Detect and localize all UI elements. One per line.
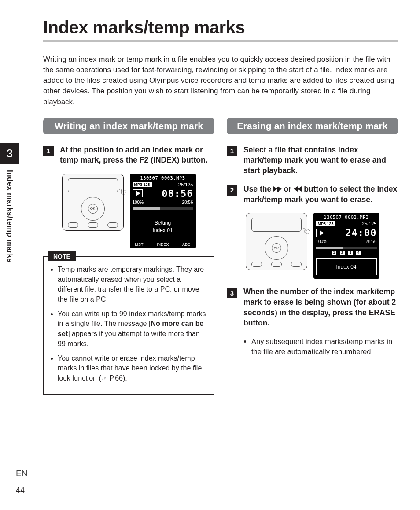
dpad-icon [81,197,105,221]
lcd-index-markers: 1 2 3 4 [316,251,377,255]
lcd-progress-bar [316,247,377,249]
step-number-badge: 1 [227,146,237,156]
rewind-icon [294,184,302,195]
lcd-file-counter: 25/125 [362,221,377,226]
hand-pointer-icon: ☜ [116,185,129,199]
lcd-codec-badge: MP3 128 [133,182,152,187]
step-number-badge: 2 [227,185,237,196]
step-text: Use the or button to select the index ma… [243,184,398,205]
note-item: Temp marks are temporary markings. They … [58,265,208,305]
step-number-badge: 3 [227,288,237,298]
erasing-figure-row: ☜ 130507_0003.MP3 MP3 128 25/125 24:00 1… [227,213,398,279]
note-text: ] appears if you attempt to write more t… [58,330,200,347]
dpad-icon [265,236,288,260]
fast-forward-icon [273,184,282,195]
lcd-file-counter: 25/125 [178,182,193,187]
page-footer: EN 44 [13,469,44,495]
lcd-duration: 28:56 [365,239,376,244]
step-text-post: button. [179,155,207,164]
lcd-progress-bar [133,207,193,210]
lcd-message-box: Index 04 [316,258,377,275]
device-bottom-buttons [68,222,118,228]
erasing-step-2: 2 Use the or button to select the index … [227,184,398,205]
chapter-number-badge: 3 [0,143,19,164]
lcd-filename: 130507_0003.MP3 [316,214,377,220]
step-number-badge: 1 [43,146,54,156]
step-sub-bullet: Any subsequent index marks/temp marks in… [251,336,398,357]
erasing-step-3: 3 When the number of the index mark/temp… [227,287,398,329]
lcd-duration: 28:56 [182,200,193,205]
section-heading-writing: Writing an index mark/temp mark [43,118,214,134]
section-heading-erasing: Erasing an index mark/temp mark [227,118,398,134]
lcd-index-marker: 3 [348,251,353,255]
erasing-step-1: 1 Select a file that contains index mark… [227,145,398,176]
note-text: P.66). [107,374,127,382]
step-text: Select a file that contains index mark/t… [243,145,398,176]
reference-icon [101,374,107,382]
hand-pointer-icon: ☜ [300,225,312,238]
step-text-mid: or [282,185,294,193]
page-number: 44 [13,486,44,495]
two-column-layout: Writing an index mark/temp mark 1 At the… [43,118,398,395]
writing-figure-row: ☜ 130507_0003.MP3 MP3 128 25/125 08:56 1… [43,174,214,248]
step-text: At the position to add an index mark or … [60,145,214,166]
lcd-elapsed-time: 24:00 [345,227,376,238]
lcd-volume: 100% [133,200,144,205]
play-icon [316,229,326,237]
lcd-codec-badge: MP3 128 [316,221,335,226]
step-text: When the number of the index mark/temp m… [243,287,398,329]
lcd-message-line1: Setting [155,220,171,226]
note-box: NOTE Temp marks are temporary markings. … [43,256,214,395]
step-text-bold: ERASE [369,308,395,317]
device-illustration: ☜ [62,174,124,231]
right-column: Erasing an index mark/temp mark 1 Select… [227,118,398,395]
lcd-softkeys: LIST INDEX ABC [133,241,193,247]
language-label: EN [13,469,44,482]
device-illustration: ☜ [246,213,307,270]
note-item: You can write up to 99 index marks/temp … [58,309,208,349]
step-text-pre: Use the [243,185,273,193]
lcd-softkey-left: LIST [133,241,146,247]
play-icon [133,189,143,197]
step-text-post: button. [243,318,269,327]
note-item: You cannot write or erase index marks/te… [58,354,208,384]
step-sub-bullet-list: Any subsequent index marks/temp marks in… [243,336,398,357]
lcd-message-line1: Index 04 [336,264,356,270]
note-text: You cannot write or erase index marks/te… [58,355,202,382]
lcd-screenshot-erasing: 130507_0003.MP3 MP3 128 25/125 24:00 100… [313,213,379,279]
lcd-filename: 130507_0003.MP3 [133,175,193,181]
device-bottom-buttons [251,262,302,267]
intro-paragraph: Writing an index mark or temp mark in a … [43,54,398,107]
side-section-label: Index marks/temp marks [5,170,14,262]
lcd-index-marker: 4 [356,251,361,255]
note-list: Temp marks are temporary markings. They … [50,265,208,384]
writing-step-1: 1 At the position to add an index mark o… [43,145,214,166]
lcd-elapsed-time: 08:56 [162,188,193,199]
lcd-index-marker: 2 [340,251,344,255]
lcd-volume: 100% [316,239,328,244]
lcd-softkey-mid: INDEX [154,241,172,247]
lcd-index-marker: 1 [332,251,336,255]
left-column: Writing an index mark/temp mark 1 At the… [43,118,214,395]
lcd-screenshot-writing: 130507_0003.MP3 MP3 128 25/125 08:56 100… [130,174,196,248]
step-text-bold: F2 (INDEX) [140,155,179,164]
lcd-softkey-right: ABC [180,241,193,247]
page-title: Index marks/temp marks [43,18,398,42]
lcd-message-box: Setting Index 01 [133,214,193,239]
lcd-message-line2: Index 01 [152,227,173,233]
side-tab: 3 Index marks/temp marks [0,143,19,262]
note-label: NOTE [48,251,76,261]
